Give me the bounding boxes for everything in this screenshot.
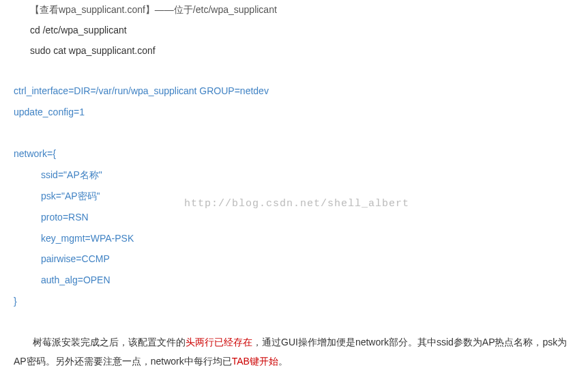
config-psk: psk="AP密码": [14, 186, 574, 207]
config-update-config: update_config=1: [14, 102, 574, 123]
desc-highlight2: TAB键开始: [232, 356, 278, 367]
config-ssid: ssid="AP名称": [14, 165, 574, 186]
command-cat: sudo cat wpa_supplicant.conf: [30, 41, 574, 60]
desc-part3: 。: [278, 356, 288, 367]
config-file-content: ctrl_interface=DIR=/var/run/wpa_supplica…: [14, 81, 574, 312]
config-pairwise: pairwise=CCMP: [14, 249, 574, 270]
description-paragraph: 树莓派安装完成之后，该配置文件的头两行已经存在，通过GUI操作增加便是netwo…: [14, 332, 574, 371]
desc-highlight1: 头两行已经存在: [186, 337, 252, 347]
config-auth-alg: auth_alg=OPEN: [14, 270, 574, 291]
config-proto: proto=RSN: [14, 207, 574, 228]
command-cd: cd /etc/wpa_supplicant: [30, 20, 574, 40]
config-network-close: }: [14, 291, 574, 312]
config-key-mgmt: key_mgmt=WPA-PSK: [14, 228, 574, 249]
config-network-open: network={: [14, 143, 574, 165]
config-ctrl-interface: ctrl_interface=DIR=/var/run/wpa_supplica…: [14, 81, 574, 102]
desc-part1: 树莓派安装完成之后，该配置文件的: [33, 337, 186, 347]
section-title: 【查看wpa_supplicant.conf】——位于/etc/wpa_supp…: [30, 0, 574, 19]
